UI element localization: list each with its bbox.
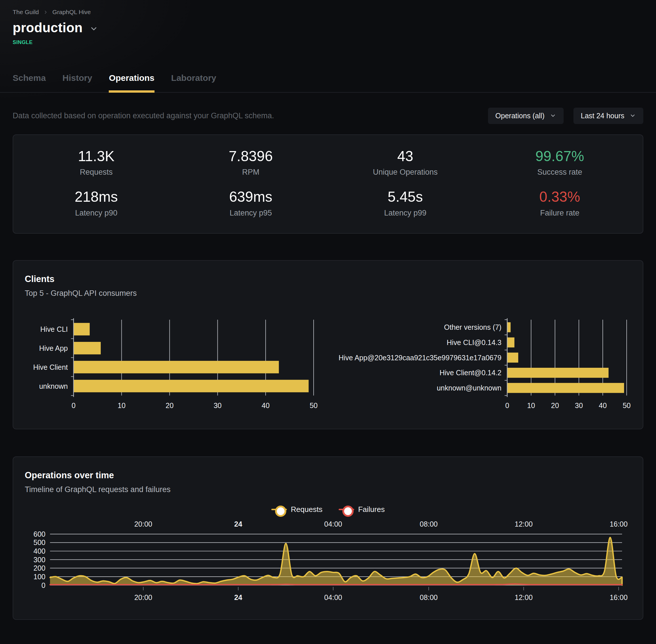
svg-text:08:00: 08:00: [420, 520, 438, 528]
page-header: The Guild GraphQL Hive production SINGLE…: [0, 0, 656, 93]
client-versions-bar-chart: Other versions (7)Hive CLI@0.14.3Hive Ap…: [335, 316, 631, 414]
svg-text:500: 500: [33, 539, 45, 547]
svg-text:300: 300: [33, 556, 45, 564]
target-type-badge: SINGLE: [13, 40, 643, 45]
svg-text:Other versions (7): Other versions (7): [444, 323, 501, 331]
tab-history[interactable]: History: [63, 73, 92, 93]
stat-label: Latency p90: [19, 209, 173, 217]
top-clients-bar-chart-svg: Hive CLIHive AppHive Clientunknown010203…: [25, 316, 321, 414]
filter-row: Data collected based on operation execut…: [13, 108, 643, 124]
stat-label: RPM: [173, 168, 328, 177]
stat-unique-operations: 43 Unique Operations: [328, 149, 483, 177]
stat-value: 5.45s: [328, 189, 483, 205]
legend-item-requests[interactable]: Requests: [271, 505, 323, 514]
timeline-legend: Requests Failures: [25, 505, 631, 514]
svg-text:Hive Client@0.14.2: Hive Client@0.14.2: [440, 369, 501, 377]
stat-failure-rate: 0.33% Failure rate: [483, 189, 637, 217]
svg-text:16:00: 16:00: [610, 520, 628, 528]
svg-text:unknown: unknown: [39, 382, 68, 390]
operations-timeline-chart-svg: 010020030040050060020:0020:00242404:0004…: [25, 520, 631, 606]
clients-card-title: Clients: [25, 274, 631, 284]
svg-text:100: 100: [33, 573, 45, 581]
svg-text:Hive App: Hive App: [39, 344, 68, 352]
svg-text:20:00: 20:00: [134, 594, 152, 602]
svg-text:30: 30: [213, 401, 221, 410]
tab-schema[interactable]: Schema: [13, 73, 46, 93]
clients-card-subtitle: Top 5 - GraphQL API consumers: [25, 289, 631, 298]
stat-latency-p90: 218ms Latency p90: [19, 189, 173, 217]
collection-description: Data collected based on operation execut…: [13, 111, 274, 120]
stat-value: 43: [328, 149, 483, 164]
legend-label: Requests: [291, 505, 323, 514]
stat-latency-p99: 5.45s Latency p99: [328, 189, 483, 217]
stat-requests: 11.3K Requests: [19, 149, 173, 177]
failures-series-marker-icon: [338, 506, 354, 513]
tab-operations[interactable]: Operations: [109, 73, 154, 93]
tab-laboratory[interactable]: Laboratory: [171, 73, 216, 93]
timeline-card-subtitle: Timeline of GraphQL requests and failure…: [25, 485, 631, 494]
stat-value: 11.3K: [19, 149, 173, 164]
breadcrumb: The Guild GraphQL Hive: [13, 9, 643, 16]
svg-text:Hive Client: Hive Client: [33, 363, 68, 371]
legend-label: Failures: [358, 505, 385, 514]
operations-over-time-card: Operations over time Timeline of GraphQL…: [13, 456, 643, 620]
svg-text:20:00: 20:00: [134, 520, 152, 528]
svg-text:50: 50: [623, 401, 631, 410]
clients-card: Clients Top 5 - GraphQL API consumers Hi…: [13, 260, 643, 429]
legend-item-failures[interactable]: Failures: [338, 505, 385, 514]
operations-timeline-chart: 010020030040050060020:0020:00242404:0004…: [25, 520, 631, 606]
requests-series-marker-icon: [271, 506, 287, 513]
period-filter-value: Last 24 hours: [581, 112, 625, 120]
svg-text:40: 40: [599, 401, 607, 410]
svg-text:04:00: 04:00: [324, 594, 342, 602]
stat-latency-p95: 639ms Latency p95: [173, 189, 328, 217]
svg-text:24: 24: [234, 520, 242, 528]
svg-text:Hive CLI: Hive CLI: [40, 325, 68, 333]
stat-success-rate: 99.67% Success rate: [483, 149, 637, 177]
stat-label: Unique Operations: [328, 168, 483, 177]
period-filter-dropdown[interactable]: Last 24 hours: [573, 108, 643, 124]
chevron-down-icon[interactable]: [90, 24, 98, 33]
timeline-card-title: Operations over time: [25, 470, 631, 481]
svg-text:Hive App@20e3129caa921c35e9979: Hive App@20e3129caa921c35e9979631e17a067…: [338, 354, 501, 362]
stat-value: 99.67%: [483, 149, 637, 164]
svg-text:16:00: 16:00: [610, 594, 628, 602]
svg-text:Hive CLI@0.14.3: Hive CLI@0.14.3: [447, 338, 501, 346]
svg-text:20: 20: [166, 401, 174, 410]
stat-value: 0.33%: [483, 189, 637, 205]
svg-text:40: 40: [261, 401, 270, 410]
svg-text:600: 600: [33, 530, 45, 538]
client-versions-bar-chart-svg: Other versions (7)Hive CLI@0.14.3Hive Ap…: [335, 316, 631, 414]
main-content: Data collected based on operation execut…: [0, 108, 656, 620]
stat-label: Latency p95: [173, 209, 328, 217]
svg-text:10: 10: [118, 401, 126, 410]
svg-text:08:00: 08:00: [420, 594, 438, 602]
svg-text:20: 20: [551, 401, 559, 410]
svg-text:unknown@unknown: unknown@unknown: [437, 384, 501, 392]
operations-filter-dropdown[interactable]: Operations (all): [488, 108, 564, 124]
svg-text:12:00: 12:00: [515, 594, 533, 602]
stat-label: Latency p99: [328, 209, 483, 217]
breadcrumb-project-link[interactable]: GraphQL Hive: [52, 9, 91, 16]
stat-label: Failure rate: [483, 209, 637, 217]
stat-value: 218ms: [19, 189, 173, 205]
operations-filter-value: Operations (all): [495, 112, 545, 120]
target-title: production: [13, 20, 83, 36]
svg-text:200: 200: [33, 564, 45, 572]
breadcrumb-org-link[interactable]: The Guild: [13, 9, 39, 16]
svg-text:400: 400: [33, 547, 45, 555]
chevron-right-icon: [43, 10, 48, 15]
stat-label: Requests: [19, 168, 173, 177]
svg-text:0: 0: [42, 581, 45, 589]
svg-text:0: 0: [72, 401, 76, 410]
chevron-down-icon: [630, 113, 636, 119]
stat-value: 7.8396: [173, 149, 328, 164]
stat-rpm: 7.8396 RPM: [173, 149, 328, 177]
chevron-down-icon: [550, 113, 556, 119]
svg-text:10: 10: [527, 401, 535, 410]
svg-text:30: 30: [575, 401, 583, 410]
top-clients-bar-chart: Hive CLIHive AppHive Clientunknown010203…: [25, 316, 321, 414]
stats-summary-card: 11.3K Requests 7.8396 RPM 43 Unique Oper…: [13, 134, 643, 234]
tab-bar: Schema History Operations Laboratory: [0, 73, 656, 93]
svg-text:12:00: 12:00: [515, 520, 533, 528]
